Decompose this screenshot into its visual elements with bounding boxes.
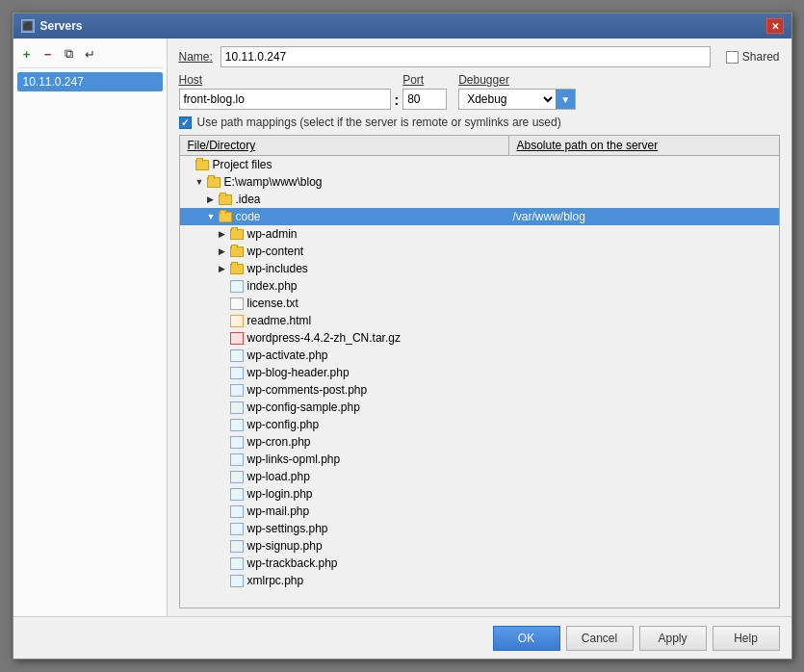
help-button[interactable]: Help	[713, 626, 780, 651]
apply-button[interactable]: Apply	[639, 626, 707, 651]
expand-icon[interactable]: ▼	[195, 177, 205, 187]
table-row[interactable]: wp-comments-post.php	[180, 381, 779, 399]
file-name: xmlrpc.php	[247, 574, 304, 587]
file-table-container: File/Directory Absolute path on the serv…	[179, 135, 780, 608]
php-icon	[230, 367, 244, 379]
file-path	[509, 580, 779, 582]
table-row[interactable]: xmlrpc.php	[180, 572, 779, 589]
add-server-button[interactable]: +	[17, 44, 37, 64]
file-path	[509, 406, 779, 408]
host-input[interactable]	[179, 89, 391, 110]
file-name: index.php	[247, 279, 298, 293]
file-path	[509, 476, 779, 478]
folder-icon	[230, 264, 244, 274]
table-row[interactable]: ▶.idea	[180, 191, 779, 208]
table-row[interactable]: wp-config.php	[180, 416, 779, 433]
name-input[interactable]	[220, 46, 711, 67]
port-input[interactable]	[402, 89, 447, 110]
table-row[interactable]: wp-links-opml.php	[180, 451, 779, 468]
file-path	[509, 389, 779, 391]
cancel-button[interactable]: Cancel	[566, 626, 634, 651]
file-name: code	[236, 210, 261, 223]
table-row[interactable]: ▶wp-content	[180, 243, 779, 260]
copy-server-button[interactable]: ⧉	[60, 44, 79, 64]
table-row[interactable]: wp-config-sample.php	[180, 399, 779, 416]
server-list-item[interactable]: 10.11.0.247	[17, 72, 163, 91]
shared-label: Shared	[742, 50, 780, 64]
mapping-checkbox[interactable]: ✓	[179, 116, 192, 129]
table-row[interactable]: ▼code/var/www/blog	[180, 208, 779, 225]
file-table-body[interactable]: Project files▼E:\wamp\www\blog▶.idea▼cod…	[180, 156, 779, 607]
left-toolbar: + − ⧉ ↵	[17, 42, 163, 68]
folder-icon	[195, 160, 209, 170]
txt-icon	[230, 297, 244, 310]
php-icon	[230, 575, 244, 587]
debugger-dropdown-button[interactable]: ▼	[556, 90, 575, 109]
table-row[interactable]: wp-trackback.php	[180, 555, 779, 572]
table-row[interactable]: ▶wp-admin	[180, 225, 779, 243]
remove-server-button[interactable]: −	[39, 44, 58, 64]
table-row[interactable]: wp-login.php	[180, 485, 779, 503]
file-path	[509, 562, 779, 564]
file-path	[509, 181, 779, 183]
file-path	[509, 285, 779, 287]
table-row[interactable]: wp-signup.php	[180, 537, 779, 555]
table-row[interactable]: wordpress-4.4.2-zh_CN.tar.gz	[180, 329, 779, 347]
debugger-select[interactable]: Xdebug Zend Debugger	[459, 90, 556, 109]
host-label: Host	[179, 73, 391, 87]
file-table-header: File/Directory Absolute path on the serv…	[180, 136, 779, 156]
folder-icon	[219, 212, 232, 222]
file-path: /var/www/blog	[509, 209, 779, 224]
close-button[interactable]: ✕	[766, 18, 784, 34]
file-name: readme.html	[247, 314, 312, 327]
folder-icon	[207, 177, 220, 188]
table-row[interactable]: ▶wp-includes	[180, 260, 779, 277]
table-row[interactable]: Project files	[180, 156, 779, 173]
file-name: wp-blog-header.php	[247, 366, 350, 379]
php-icon	[230, 384, 244, 397]
file-path	[509, 458, 779, 460]
expand-icon[interactable]: ▶	[207, 194, 217, 204]
file-path	[509, 510, 779, 512]
table-row[interactable]: wp-blog-header.php	[180, 364, 779, 381]
expand-icon[interactable]: ▶	[219, 264, 228, 273]
file-name: wp-includes	[247, 262, 308, 275]
table-row[interactable]: wp-cron.php	[180, 433, 779, 451]
ok-button[interactable]: OK	[493, 626, 560, 651]
import-server-button[interactable]: ↵	[81, 44, 100, 64]
php-icon	[230, 471, 244, 483]
file-name: wp-config.php	[247, 418, 320, 431]
right-panel: Name: Shared Host : Port	[168, 39, 791, 616]
shared-checkbox[interactable]	[726, 51, 739, 64]
dialog-body: + − ⧉ ↵ 10.11.0.247 Name: Shared Hos	[13, 39, 791, 616]
table-row[interactable]: index.php	[180, 277, 779, 295]
table-row[interactable]: ▼E:\wamp\www\blog	[180, 173, 779, 191]
file-path	[509, 441, 779, 443]
php-icon	[230, 280, 244, 293]
table-row[interactable]: wp-mail.php	[180, 503, 779, 520]
table-row[interactable]: wp-settings.php	[180, 520, 779, 537]
php-icon	[230, 540, 244, 553]
host-block: Host	[179, 73, 391, 110]
table-row[interactable]: license.txt	[180, 295, 779, 312]
tgz-icon	[230, 332, 244, 345]
file-path	[509, 268, 779, 270]
expand-icon[interactable]: ▼	[207, 212, 217, 221]
debugger-label: Debugger	[458, 73, 576, 87]
expand-icon[interactable]: ▶	[219, 229, 228, 239]
file-name: wp-signup.php	[247, 539, 323, 553]
path-col-header: Absolute path on the server	[509, 136, 779, 155]
folder-icon	[219, 194, 232, 205]
bottom-bar: OK Cancel Apply Help	[13, 616, 791, 659]
file-name: Project files	[213, 158, 272, 171]
table-row[interactable]: wp-load.php	[180, 468, 779, 485]
title-bar: ⬛ Servers ✕	[13, 13, 791, 39]
table-row[interactable]: readme.html	[180, 312, 779, 329]
file-path	[509, 354, 779, 356]
expand-icon[interactable]: ▶	[219, 246, 228, 256]
file-name: E:\wamp\www\blog	[224, 175, 323, 189]
table-row[interactable]: wp-activate.php	[180, 347, 779, 364]
file-name: wp-load.php	[247, 470, 310, 483]
file-col-header: File/Directory	[180, 136, 509, 155]
file-path	[509, 198, 779, 200]
